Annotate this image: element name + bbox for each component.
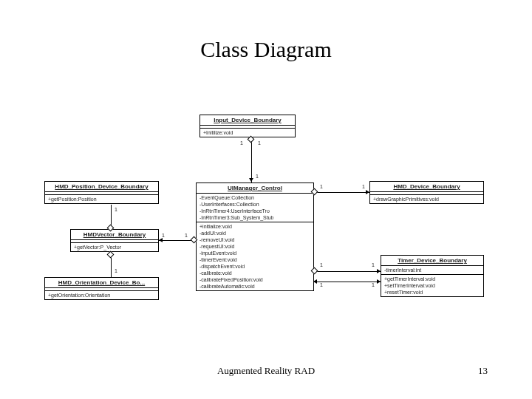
arrow-icon <box>366 190 369 194</box>
class-ops: +drawGraphicPrimitives:void <box>370 195 483 203</box>
arrow-icon <box>377 279 381 284</box>
connector-line <box>314 192 369 193</box>
multiplicity: 1 <box>320 184 323 189</box>
class-uimanager-control: UIManager_Control -EventQueue:Collection… <box>196 183 314 291</box>
multiplicity: 1 <box>320 282 323 287</box>
multiplicity: 1 <box>115 207 117 212</box>
class-name: Input_Device_Boundary <box>200 115 295 126</box>
arrow-icon <box>313 279 317 284</box>
class-name: HMD_Device_Boundary <box>370 182 483 192</box>
class-input-device-boundary: Input_Device_Boundary +Initilize:void <box>200 115 296 137</box>
class-name: HMD_Position_Device_Boundary <box>45 182 158 192</box>
class-hmd-device: HMD_Device_Boundary +drawGraphicPrimitiv… <box>369 181 484 204</box>
class-name: Timer_Device_Boundary <box>381 256 483 266</box>
footer-caption: Augmented Reality RAD <box>0 365 532 377</box>
class-hmd-vector: HMDVector_Boundary +getVector:P_Vector <box>70 229 159 252</box>
connector-line <box>111 255 112 277</box>
aggregation-diamond <box>107 251 115 259</box>
connector-line <box>251 138 252 183</box>
page-number: 13 <box>478 365 488 377</box>
multiplicity: 1 <box>362 184 365 189</box>
class-diagram: Input_Device_Boundary +Initilize:void UI… <box>44 115 488 344</box>
arrow-icon <box>249 178 253 182</box>
connector-line <box>314 282 381 282</box>
class-name: UIManager_Control <box>197 183 313 194</box>
multiplicity: 1 <box>185 233 188 238</box>
class-timer-device: Timer_Device_Boundary -timerInterval:int… <box>381 255 484 297</box>
multiplicity: 1 <box>372 262 375 267</box>
multiplicity: 1 <box>258 140 261 146</box>
arrow-icon <box>159 238 163 242</box>
multiplicity: 1 <box>256 174 259 179</box>
multiplicity: 1 <box>240 140 243 146</box>
class-attrs: -timerInterval:int <box>381 266 483 275</box>
class-hmd-orientation: HMD_Orientation_Device_Bo... +getOrienta… <box>44 277 159 300</box>
multiplicity: 1 <box>372 282 375 287</box>
multiplicity: 1 <box>115 268 117 273</box>
page-title: Class Diagram <box>0 37 532 62</box>
class-hmd-position: HMD_Position_Device_Boundary +getPositio… <box>44 181 159 204</box>
class-name: HMD_Orientation_Device_Bo... <box>45 278 158 288</box>
class-attrs: -EventQueue:Collection -UserInterfaces:C… <box>197 194 313 222</box>
class-ops: +getOrientation:Orientation <box>45 291 158 299</box>
class-ops: +Initilize:void <box>200 129 295 137</box>
connector-line <box>314 271 381 272</box>
class-name: HMDVector_Boundary <box>71 230 158 240</box>
multiplicity: 1 <box>320 262 323 267</box>
class-ops: +getVector:P_Vector <box>71 243 158 251</box>
arrow-icon <box>377 269 381 273</box>
multiplicity: 1 <box>162 233 165 238</box>
class-ops: +getPosition:Position <box>45 195 158 203</box>
class-ops: +getTimerInterval:void +setTimerInterval… <box>381 275 483 296</box>
class-ops: +initialize:void -addUI:void -removeUI:v… <box>197 222 313 290</box>
